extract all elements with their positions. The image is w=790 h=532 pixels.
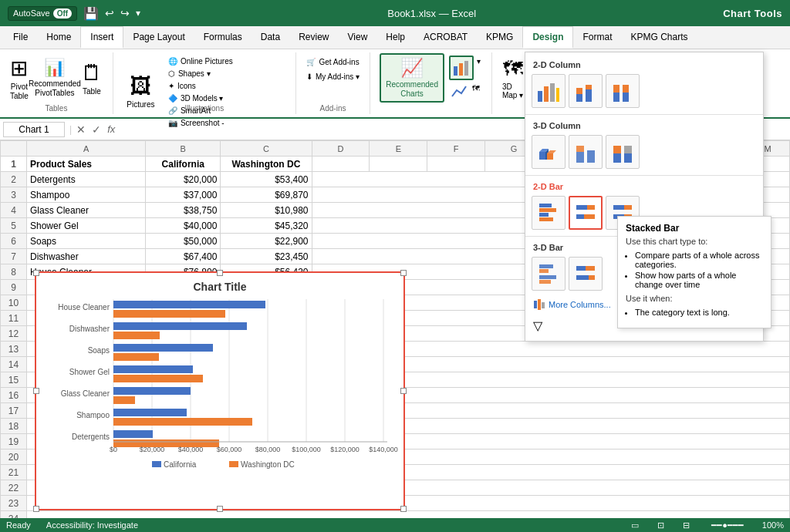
stacked-bar-chart[interactable] <box>569 196 603 230</box>
cancel-formula-icon[interactable]: ✕ <box>76 123 86 136</box>
3d-models-button[interactable]: 🔷 3D Models ▾ <box>165 93 236 104</box>
cell-c6[interactable]: $22,900 <box>221 234 312 249</box>
cell-a3[interactable]: Shampoo <box>26 187 145 203</box>
pictures-button[interactable]: 🖼 Pictures <box>120 71 162 111</box>
col-header-e[interactable]: E <box>370 141 427 157</box>
chart-handle-bl[interactable] <box>33 506 39 512</box>
cell-c2[interactable]: $53,400 <box>221 172 312 187</box>
insert-column-chart-button[interactable] <box>449 56 474 80</box>
cell-c5[interactable]: $45,320 <box>221 218 312 234</box>
chart-title[interactable]: Chart Title <box>44 281 396 293</box>
insert-line-chart-button[interactable] <box>449 82 469 101</box>
row-num-7[interactable]: 7 <box>1 249 27 264</box>
table-button[interactable]: 🗒 Table <box>77 58 106 98</box>
cell-b6[interactable]: $50,000 <box>146 234 221 249</box>
row-num-5[interactable]: 5 <box>1 218 27 234</box>
chart-handle-tc[interactable] <box>217 270 223 276</box>
3d-100pct-column-chart[interactable] <box>606 135 640 169</box>
zoom-slider[interactable]: ━━●━━━ <box>711 520 744 530</box>
col-header-b[interactable]: B <box>146 141 221 157</box>
screenshot-button[interactable]: 📷 Screenshot - <box>165 117 236 129</box>
col-header-c[interactable]: C <box>221 141 312 157</box>
tab-data[interactable]: Data <box>252 26 289 49</box>
row-num-2[interactable]: 2 <box>1 172 27 187</box>
cell-c4[interactable]: $10,980 <box>221 203 312 218</box>
toggle-off[interactable]: Off <box>53 8 72 19</box>
icons-button[interactable]: ✦ Icons <box>165 80 236 92</box>
col-header-a[interactable]: A <box>26 141 145 157</box>
tab-insert[interactable]: Insert <box>80 26 123 49</box>
tab-design[interactable]: Design <box>522 26 573 49</box>
online-pictures-button[interactable]: 🌐 Online Pictures <box>165 56 236 67</box>
cell-d1[interactable] <box>312 157 370 172</box>
3d-map-button[interactable]: 🗺 3DMap ▾ <box>498 55 527 102</box>
tab-kpmg[interactable]: KPMG <box>477 26 522 49</box>
get-addins-button[interactable]: 🛒 Get Add-ins <box>302 56 363 69</box>
3d-stacked-column-chart[interactable] <box>569 135 603 169</box>
col-header-d[interactable]: D <box>312 141 370 157</box>
view-normal-icon[interactable]: ▭ <box>631 520 639 530</box>
clustered-column-chart[interactable] <box>532 74 565 108</box>
cell-a7[interactable]: Dishwasher <box>26 249 145 264</box>
row-num-3[interactable]: 3 <box>1 187 27 203</box>
tab-help[interactable]: Help <box>376 26 414 49</box>
chart-handle-tl[interactable] <box>33 270 39 276</box>
view-layout-icon[interactable]: ⊡ <box>657 520 664 530</box>
cell-a4[interactable]: Glass Cleaner <box>26 203 145 218</box>
customize-icon[interactable]: ▾ <box>136 8 140 19</box>
cell-e1[interactable] <box>370 157 427 172</box>
cell-a6[interactable]: Soaps <box>26 234 145 249</box>
tab-format[interactable]: Format <box>573 26 621 49</box>
cell-c1[interactable]: Washington DC <box>221 157 312 172</box>
tab-home[interactable]: Home <box>37 26 80 49</box>
row-num-9[interactable]: 9 <box>1 280 27 295</box>
tab-view[interactable]: View <box>339 26 377 49</box>
cell-b5[interactable]: $40,000 <box>146 218 221 234</box>
cell-c7[interactable]: $23,450 <box>221 249 312 264</box>
insert-map-chart-button[interactable]: 🗺 <box>471 82 481 101</box>
tab-page-layout[interactable]: Page Layout <box>123 26 194 49</box>
3d-clustered-bar-chart[interactable] <box>532 257 565 291</box>
insert-chart-dropdown[interactable]: ▾ <box>475 56 482 80</box>
tab-kpmg-charts[interactable]: KPMG Charts <box>621 26 697 49</box>
stacked-column-chart[interactable] <box>569 74 603 108</box>
row-num-6[interactable]: 6 <box>1 234 27 249</box>
3d-clustered-column-chart[interactable] <box>532 135 565 169</box>
tab-review[interactable]: Review <box>289 26 338 49</box>
recommended-charts-button[interactable]: 📈 RecommendedCharts <box>380 53 444 103</box>
chart-handle-br[interactable] <box>400 506 407 512</box>
3d-stacked-bar-chart[interactable] <box>569 257 603 291</box>
clustered-bar-chart[interactable] <box>532 196 565 230</box>
cell-a5[interactable]: Shower Gel <box>26 218 145 234</box>
undo-icon[interactable]: ↩ <box>105 7 114 19</box>
save-icon[interactable]: 💾 <box>83 6 99 21</box>
cell-b2[interactable]: $20,000 <box>146 172 221 187</box>
redo-icon[interactable]: ↪ <box>120 7 130 19</box>
filter-icon[interactable]: ▽ <box>533 319 542 332</box>
row-num-1[interactable]: 1 <box>1 157 27 172</box>
autosave-toggle[interactable]: AutoSave Off <box>8 6 77 21</box>
100pct-stacked-column-chart[interactable] <box>606 74 640 108</box>
chart-handle-ml[interactable] <box>33 388 39 394</box>
cell-a1[interactable]: Product Sales <box>26 157 145 172</box>
confirm-formula-icon[interactable]: ✓ <box>92 123 101 136</box>
col-header-f[interactable]: F <box>427 141 485 157</box>
chart-container[interactable]: Chart Title House Cleaner Dishwasher Soa… <box>35 271 405 510</box>
cell-f1[interactable] <box>427 157 485 172</box>
cell-c3[interactable]: $69,870 <box>221 187 312 203</box>
more-columns-label[interactable]: More Columns... <box>549 300 611 309</box>
row-num-4[interactable]: 4 <box>1 203 27 218</box>
chart-handle-tr[interactable] <box>400 270 407 276</box>
tab-acrobat[interactable]: ACROBAT <box>414 26 477 49</box>
chart-handle-mr[interactable] <box>400 388 407 394</box>
cell-b7[interactable]: $67,400 <box>146 249 221 264</box>
chart-handle-bc[interactable] <box>217 506 223 512</box>
view-page-break-icon[interactable]: ⊟ <box>683 520 690 530</box>
cell-b3[interactable]: $37,000 <box>146 187 221 203</box>
cell-a2[interactable]: Detergents <box>26 172 145 187</box>
row-num-8[interactable]: 8 <box>1 264 27 280</box>
shapes-button[interactable]: ⬡ Shapes ▾ <box>165 68 236 79</box>
name-box[interactable] <box>3 122 65 137</box>
recommended-pivot-button[interactable]: 📊 RecommendedPivotTables <box>35 56 74 100</box>
tab-formulas[interactable]: Formulas <box>194 26 252 49</box>
